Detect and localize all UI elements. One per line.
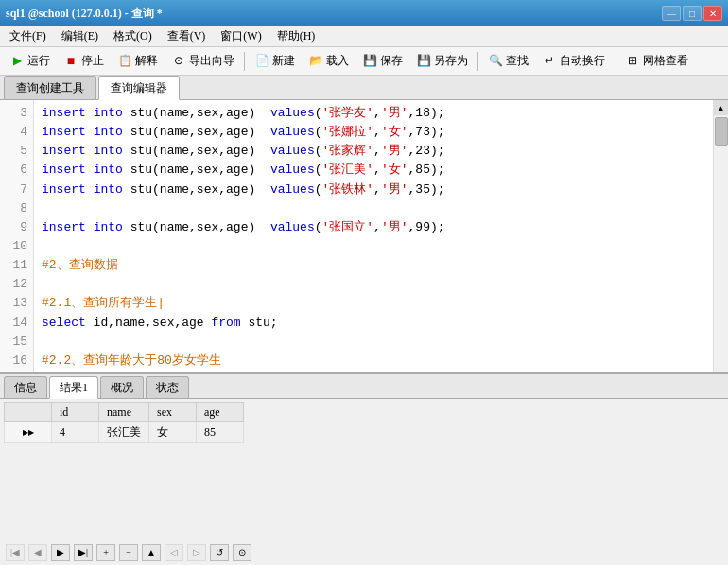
toolbar-btn-label: 另存为	[434, 53, 468, 69]
result-tab-概况[interactable]: 概况	[100, 376, 144, 398]
editor-tab-查询编辑器[interactable]: 查询编辑器	[98, 76, 180, 100]
result-tab-状态[interactable]: 状态	[146, 376, 189, 398]
title-bar: sql1 @school (127.0.0.1) - 查询 * — □ ✕	[0, 0, 728, 26]
table-cell: 张汇美	[99, 422, 149, 443]
nav-button-5[interactable]: −	[119, 544, 138, 561]
toolbar-separator	[477, 52, 478, 71]
toolbar-btn-网格查看[interactable]: ⊞网格查看	[619, 50, 694, 72]
停止-icon: ■	[63, 54, 78, 69]
code-line: insert into stu(name,sex,age) values('张国…	[42, 218, 705, 237]
menu-item-查看(V)[interactable]: 查看(V)	[162, 26, 212, 46]
nav-button-9[interactable]: ↺	[210, 544, 229, 561]
toolbar-btn-保存[interactable]: 💾保存	[356, 50, 408, 72]
row-indicator-header	[5, 403, 52, 422]
editor-tabs: 查询创建工具查询编辑器	[0, 76, 728, 100]
网格查看-icon: ⊞	[625, 54, 640, 69]
nav-button-1: ◀	[28, 544, 47, 561]
column-header: id	[52, 403, 99, 422]
nav-button-4[interactable]: +	[96, 544, 115, 561]
line-number: 14	[6, 314, 27, 333]
maximize-button[interactable]: □	[683, 6, 702, 21]
table-row[interactable]: ▶4张汇美女85	[5, 422, 244, 443]
line-number: 3	[6, 104, 27, 123]
toolbar-btn-解释[interactable]: 📋解释	[112, 50, 164, 72]
保存-icon: 💾	[362, 54, 377, 69]
result-tab-信息[interactable]: 信息	[4, 376, 47, 398]
toolbar-btn-导出向导[interactable]: ⊙导出向导	[165, 50, 240, 72]
close-button[interactable]: ✕	[703, 6, 722, 21]
toolbar-btn-载入[interactable]: 📂载入	[303, 50, 355, 72]
lower-section: 信息结果1概况状态 idnamesexage ▶4张汇美女85 |◀◀▶▶|+−…	[0, 374, 728, 565]
editor-tab-查询创建工具[interactable]: 查询创建工具	[4, 76, 96, 99]
code-line: select id,name,sex,age from stu;	[42, 314, 705, 333]
table-cell: 4	[52, 422, 99, 443]
code-line	[42, 333, 705, 351]
result-grid: idnamesexage ▶4张汇美女85	[0, 399, 728, 539]
code-line: insert into stu(name,sex,age) values('张娜…	[42, 123, 705, 142]
line-numbers: 34567891011121314151617	[0, 100, 34, 372]
code-line	[42, 237, 705, 256]
menu-item-文件(F)[interactable]: 文件(F)	[4, 26, 52, 46]
toolbar-btn-label: 停止	[81, 53, 104, 69]
column-header: name	[99, 403, 149, 422]
result-content: idnamesexage ▶4张汇美女85 |◀◀▶▶|+−▲◁▷↺⊙	[0, 399, 728, 565]
menu-item-窗口(W)[interactable]: 窗口(W)	[215, 26, 267, 46]
nav-button-10[interactable]: ⊙	[233, 544, 251, 561]
line-number: 15	[6, 333, 27, 351]
line-number: 13	[6, 294, 27, 313]
line-number: 4	[6, 123, 27, 142]
另存为-icon: 💾	[416, 54, 431, 69]
editor-scrollbar[interactable]: ▲	[713, 100, 728, 372]
toolbar-btn-label: 解释	[135, 53, 158, 69]
code-line: #2.2、查询年龄大于80岁女学生	[42, 351, 705, 370]
code-editor[interactable]: insert into stu(name,sex,age) values('张学…	[34, 100, 713, 372]
scroll-thumb[interactable]	[715, 117, 728, 146]
toolbar-btn-label: 载入	[326, 53, 349, 69]
menu-item-格式(O)[interactable]: 格式(O)	[108, 26, 158, 46]
column-header: age	[197, 403, 244, 422]
nav-button-0: |◀	[6, 544, 25, 561]
nav-button-6[interactable]: ▲	[142, 544, 161, 561]
查找-icon: 🔍	[488, 54, 503, 69]
table-header-row: idnamesexage	[5, 403, 244, 422]
nav-button-2[interactable]: ▶	[51, 544, 70, 561]
toolbar: ▶运行■停止📋解释⊙导出向导📄新建📂载入💾保存💾另存为🔍查找↵自动换行⊞网格查看	[0, 47, 728, 76]
toolbar-separator	[244, 52, 245, 71]
解释-icon: 📋	[117, 54, 132, 69]
bottom-toolbar: |◀◀▶▶|+−▲◁▷↺⊙	[0, 539, 728, 565]
toolbar-btn-运行[interactable]: ▶运行	[4, 50, 56, 72]
toolbar-btn-查找[interactable]: 🔍查找	[482, 50, 534, 72]
运行-icon: ▶	[9, 54, 25, 69]
menu-item-编辑(E)[interactable]: 编辑(E)	[56, 26, 104, 46]
scroll-up-button[interactable]: ▲	[714, 100, 729, 115]
line-number: 6	[6, 161, 27, 180]
row-indicator: ▶	[5, 422, 52, 443]
toolbar-btn-自动换行[interactable]: ↵自动换行	[536, 50, 611, 72]
nav-button-8: ▷	[187, 544, 206, 561]
toolbar-separator	[615, 52, 615, 71]
toolbar-btn-label: 新建	[272, 53, 295, 69]
code-line: insert into stu(name,sex,age) values('张家…	[42, 142, 705, 161]
line-number: 7	[6, 180, 27, 199]
minimize-button[interactable]: —	[662, 6, 681, 21]
code-line: insert into stu(name,sex,age) values('张铁…	[42, 180, 705, 199]
result-tabs: 信息结果1概况状态	[0, 374, 728, 399]
code-line	[42, 275, 705, 294]
code-line	[42, 199, 705, 218]
line-number: 8	[6, 199, 27, 218]
main-layout: 34567891011121314151617 insert into stu(…	[0, 100, 728, 565]
line-number: 11	[6, 256, 27, 275]
menu-item-帮助(H)[interactable]: 帮助(H)	[271, 26, 321, 46]
toolbar-btn-label: 自动换行	[560, 53, 605, 69]
result-tab-结果1[interactable]: 结果1	[49, 376, 98, 399]
code-line: insert into stu(name,sex,age) values('张汇…	[42, 161, 705, 180]
editor-container: 34567891011121314151617 insert into stu(…	[0, 100, 728, 374]
toolbar-btn-停止[interactable]: ■停止	[58, 50, 110, 72]
toolbar-btn-另存为[interactable]: 💾另存为	[410, 50, 474, 72]
nav-button-3[interactable]: ▶|	[74, 544, 93, 561]
新建-icon: 📄	[254, 54, 269, 69]
code-line: select id,name,sex,age from stu where ag…	[42, 370, 705, 372]
code-line: insert into stu(name,sex,age) values('张学…	[42, 104, 705, 123]
toolbar-btn-新建[interactable]: 📄新建	[249, 50, 301, 72]
window-title: sql1 @school (127.0.0.1) - 查询 *	[6, 6, 163, 22]
